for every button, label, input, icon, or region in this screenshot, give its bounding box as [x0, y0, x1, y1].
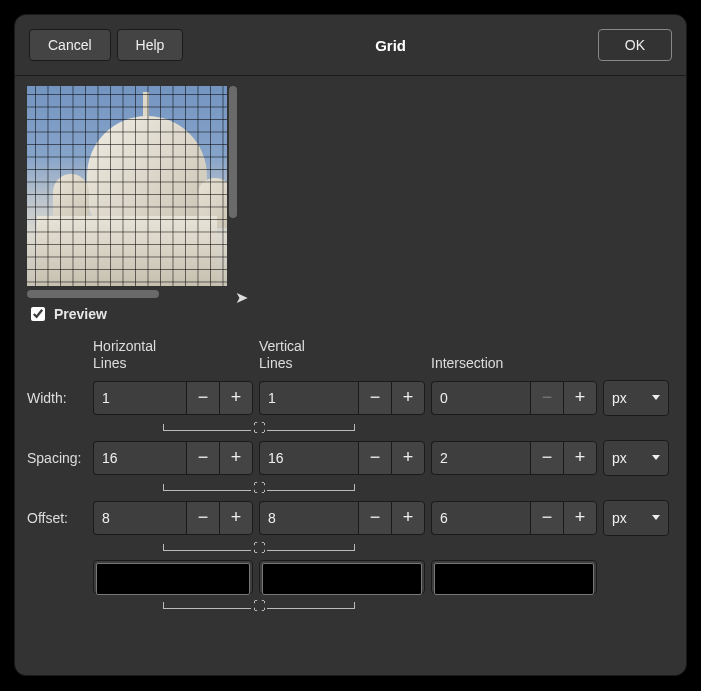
chevron-down-icon	[652, 515, 660, 520]
offset-h-input[interactable]	[93, 501, 186, 535]
minus-icon: −	[370, 507, 381, 528]
minus-icon: −	[198, 447, 209, 468]
cancel-button[interactable]: Cancel	[29, 29, 111, 61]
preview-nav-arrow-icon[interactable]: ➤	[235, 288, 248, 307]
width-i-minus-button[interactable]: −	[530, 381, 563, 415]
label-width: Width:	[27, 390, 87, 406]
ok-button[interactable]: OK	[598, 29, 672, 61]
spacing-h-input[interactable]	[93, 441, 186, 475]
col-header-intersection: Intersection	[431, 355, 597, 376]
preview-hscroll[interactable]	[27, 290, 159, 298]
label-offset: Offset:	[27, 510, 87, 526]
unit-label: px	[612, 390, 627, 406]
spacing-i-spin: − +	[431, 441, 597, 475]
offset-i-plus-button[interactable]: +	[563, 501, 597, 535]
preview-checkbox-row[interactable]: Preview	[27, 304, 674, 324]
chain-link-icon[interactable]: ⛶	[253, 421, 265, 435]
preview-label: Preview	[54, 306, 107, 322]
plus-icon: +	[575, 507, 586, 528]
help-button[interactable]: Help	[117, 29, 184, 61]
spacing-h-spin: − +	[93, 441, 253, 475]
preview-checkbox[interactable]	[31, 307, 45, 321]
width-unit-select[interactable]: px	[603, 380, 669, 416]
chain-link-icon[interactable]: ⛶	[253, 599, 265, 613]
offset-v-input[interactable]	[259, 501, 358, 535]
minus-icon: −	[542, 507, 553, 528]
spacing-link-row: ⛶	[93, 480, 425, 496]
grid-dialog: Cancel Help Grid OK ➤ Preview	[14, 14, 687, 676]
offset-i-spin: − +	[431, 501, 597, 535]
plus-icon: +	[403, 507, 414, 528]
offset-unit-select[interactable]: px	[603, 500, 669, 536]
offset-i-minus-button[interactable]: −	[530, 501, 563, 535]
color-h-button[interactable]	[96, 563, 250, 595]
spacing-v-input[interactable]	[259, 441, 358, 475]
spacing-h-plus-button[interactable]: +	[219, 441, 253, 475]
offset-v-plus-button[interactable]: +	[391, 501, 425, 535]
spacing-v-plus-button[interactable]: +	[391, 441, 425, 475]
width-link-row: ⛶	[93, 420, 425, 436]
width-i-spin: − +	[431, 381, 597, 415]
plus-icon: +	[231, 507, 242, 528]
minus-icon: −	[198, 387, 209, 408]
color-i-button[interactable]	[434, 563, 594, 595]
width-h-minus-button[interactable]: −	[186, 381, 219, 415]
minus-icon: −	[198, 507, 209, 528]
plus-icon: +	[231, 447, 242, 468]
offset-h-minus-button[interactable]: −	[186, 501, 219, 535]
width-h-plus-button[interactable]: +	[219, 381, 253, 415]
plus-icon: +	[575, 447, 586, 468]
color-i-wrap	[431, 560, 597, 594]
col-header-vertical: Vertical Lines	[259, 338, 425, 376]
color-v-button[interactable]	[262, 563, 422, 595]
spacing-v-minus-button[interactable]: −	[358, 441, 391, 475]
color-h-wrap	[93, 560, 253, 594]
width-h-spin: − +	[93, 381, 253, 415]
width-v-spin: − +	[259, 381, 425, 415]
plus-icon: +	[575, 387, 586, 408]
offset-link-row: ⛶	[93, 540, 425, 556]
width-h-input[interactable]	[93, 381, 186, 415]
width-v-minus-button[interactable]: −	[358, 381, 391, 415]
minus-icon: −	[542, 387, 553, 408]
width-v-plus-button[interactable]: +	[391, 381, 425, 415]
preview-area: ➤	[27, 86, 674, 298]
minus-icon: −	[370, 387, 381, 408]
plus-icon: +	[403, 387, 414, 408]
titlebar: Cancel Help Grid OK	[15, 15, 686, 76]
minus-icon: −	[542, 447, 553, 468]
minus-icon: −	[370, 447, 381, 468]
chevron-down-icon	[652, 395, 660, 400]
color-link-row: ⛶	[93, 598, 425, 614]
preview-vscroll[interactable]	[229, 86, 237, 218]
label-spacing: Spacing:	[27, 450, 87, 466]
chain-link-icon[interactable]: ⛶	[253, 481, 265, 495]
spacing-i-plus-button[interactable]: +	[563, 441, 597, 475]
preview-image[interactable]	[27, 86, 227, 286]
unit-label: px	[612, 450, 627, 466]
offset-v-spin: − +	[259, 501, 425, 535]
color-v-wrap	[259, 560, 425, 594]
unit-label: px	[612, 510, 627, 526]
chain-link-icon[interactable]: ⛶	[253, 541, 265, 555]
col-header-horizontal: Horizontal Lines	[93, 338, 253, 376]
offset-h-plus-button[interactable]: +	[219, 501, 253, 535]
chevron-down-icon	[652, 455, 660, 460]
spacing-unit-select[interactable]: px	[603, 440, 669, 476]
width-v-input[interactable]	[259, 381, 358, 415]
offset-i-input[interactable]	[431, 501, 530, 535]
spacing-v-spin: − +	[259, 441, 425, 475]
width-i-plus-button[interactable]: +	[563, 381, 597, 415]
offset-h-spin: − +	[93, 501, 253, 535]
spacing-h-minus-button[interactable]: −	[186, 441, 219, 475]
plus-icon: +	[403, 447, 414, 468]
width-i-input[interactable]	[431, 381, 530, 415]
spacing-i-input[interactable]	[431, 441, 530, 475]
plus-icon: +	[231, 387, 242, 408]
spacing-i-minus-button[interactable]: −	[530, 441, 563, 475]
dialog-title: Grid	[183, 37, 597, 54]
offset-v-minus-button[interactable]: −	[358, 501, 391, 535]
